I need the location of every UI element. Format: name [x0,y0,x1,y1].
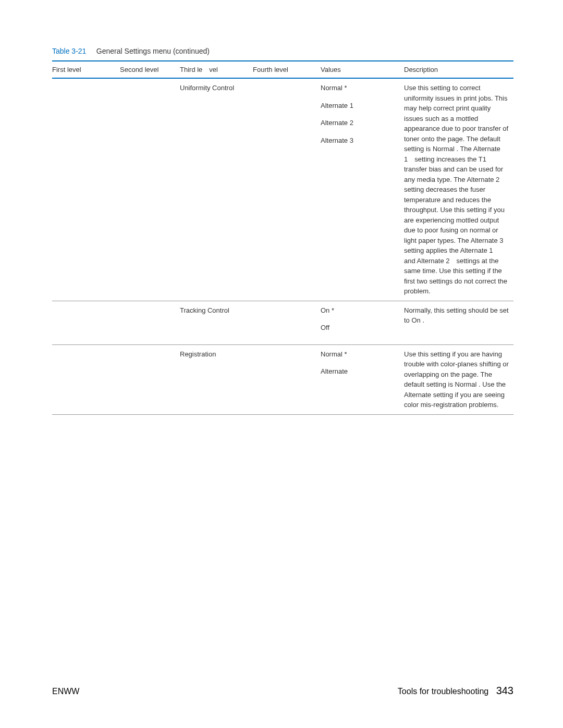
footer-right: Tools for troubleshooting 343 [398,685,513,697]
cell-values: Normal * Alternate [321,345,404,414]
cell-description: Normally, this setting should be set to … [404,301,513,344]
value-item: Alternate 2 [321,118,401,128]
page-number: 343 [496,685,513,696]
table-row: Uniformity Control Normal * Alternate 1 … [52,79,513,301]
cell-second-level [120,79,180,301]
page-footer: ENWW Tools for troubleshooting 343 [52,685,513,697]
table-name: General Settings menu (continued) [96,47,210,55]
cell-values: Normal * Alternate 1 Alternate 2 Alterna… [321,79,404,301]
value-item: Normal * [321,349,401,360]
cell-values: On * Off [321,301,404,344]
header-values: Values [321,61,404,78]
footer-left-label: ENWW [52,687,79,696]
cell-first-level [52,79,120,301]
header-description: Description [404,61,513,78]
header-fourth-level: Fourth level [253,61,321,78]
value-item: Alternate 3 [321,135,401,146]
cell-fourth-level [253,301,321,344]
divider-row [52,414,513,415]
cell-second-level [120,301,180,344]
value-item: Off [321,323,401,333]
cell-description: Use this setting to correct uniformity i… [404,79,513,301]
cell-description: Use this setting if you are having troub… [404,345,513,414]
table-caption: Table 3-21 General Settings menu (contin… [52,47,513,55]
table-number: Table 3-21 [52,47,86,55]
value-item: On * [321,305,401,316]
settings-table: First level Second level Third le vel Fo… [52,61,513,415]
value-item: Alternate 1 [321,101,401,111]
cell-first-level [52,345,120,414]
cell-second-level [120,345,180,414]
cell-first-level [52,301,120,344]
table-row: Tracking Control On * Off Normally, this… [52,301,513,344]
header-third-level: Third le vel [180,61,253,78]
table-row: Registration Normal * Alternate Use this… [52,345,513,414]
cell-third-level: Registration [180,345,253,414]
header-first-level: First level [52,61,120,78]
footer-section-label: Tools for troubleshooting [398,687,488,696]
table-header-row: First level Second level Third le vel Fo… [52,61,513,78]
value-item: Normal * [321,83,401,93]
cell-third-level: Uniformity Control [180,79,253,301]
cell-fourth-level [253,345,321,414]
cell-fourth-level [253,79,321,301]
cell-third-level: Tracking Control [180,301,253,344]
value-item: Alternate [321,366,401,377]
header-second-level: Second level [120,61,180,78]
